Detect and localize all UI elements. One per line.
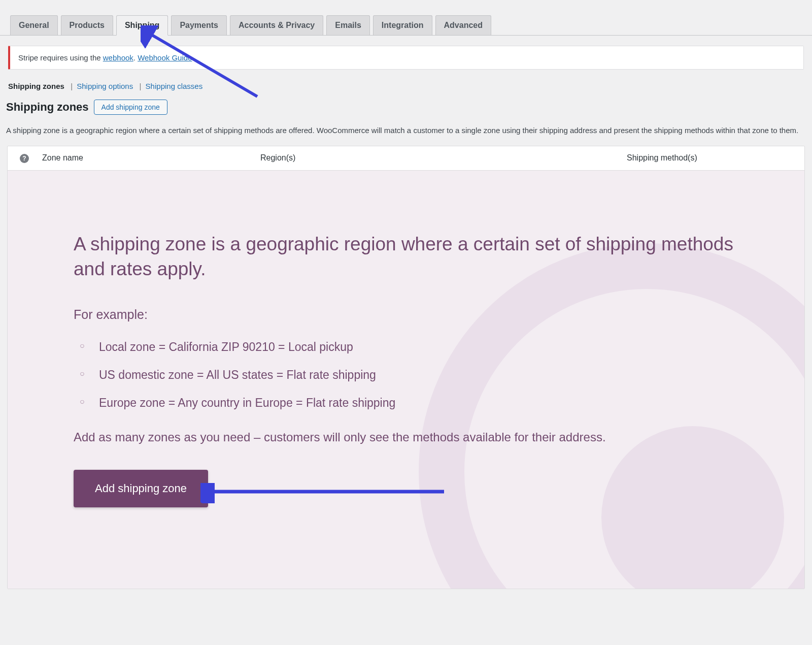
stripe-webhook-notice: Stripe requires using the webhook. Webho…: [8, 46, 804, 70]
shipping-zones-table: ? Zone name Region(s) Shipping method(s)…: [7, 146, 805, 590]
list-item: US domestic zone = All US states = Flat …: [74, 368, 738, 382]
tab-products[interactable]: Products: [61, 15, 113, 35]
annotation-arrow-2: [200, 483, 449, 503]
empty-state-note: Add as many zones as you need – customer…: [74, 430, 738, 444]
notice-text-period: .: [133, 53, 138, 62]
webhook-guide-link[interactable]: Webhook Guide: [138, 53, 192, 62]
col-regions: Region(s): [260, 153, 627, 163]
add-shipping-zone-button[interactable]: Add shipping zone: [94, 100, 167, 115]
tab-accounts-privacy[interactable]: Accounts & Privacy: [230, 15, 323, 35]
subnav-separator: |: [66, 82, 75, 90]
webhook-link[interactable]: webhook: [103, 53, 133, 62]
table-header-row: ? Zone name Region(s) Shipping method(s): [8, 146, 804, 171]
notice-text-prefix: Stripe requires using the: [18, 53, 103, 62]
tab-payments[interactable]: Payments: [171, 15, 227, 35]
page-heading-row: Shipping zones Add shipping zone: [0, 90, 812, 121]
shipping-subnav: Shipping zones | Shipping options | Ship…: [0, 75, 812, 90]
subnav-shipping-zones[interactable]: Shipping zones: [8, 82, 64, 90]
list-item: Local zone = California ZIP 90210 = Loca…: [74, 340, 738, 354]
subnav-shipping-options[interactable]: Shipping options: [77, 82, 133, 90]
tab-emails[interactable]: Emails: [326, 15, 370, 35]
shipping-zones-description: A shipping zone is a geographic region w…: [0, 121, 812, 146]
tab-shipping[interactable]: Shipping: [116, 15, 168, 36]
list-item: Europe zone = Any country in Europe = Fl…: [74, 396, 738, 410]
table-help-cell: ?: [13, 153, 42, 163]
col-zone-name: Zone name: [42, 153, 260, 163]
empty-state-examples-list: Local zone = California ZIP 90210 = Loca…: [74, 340, 738, 410]
settings-tabs: General Products Shipping Payments Accou…: [0, 0, 812, 36]
col-shipping-methods: Shipping method(s): [627, 153, 799, 163]
help-icon[interactable]: ?: [20, 154, 29, 163]
empty-state-heading: A shipping zone is a geographic region w…: [74, 232, 738, 282]
tab-integration[interactable]: Integration: [373, 15, 432, 35]
shipping-zones-empty-state: A shipping zone is a geographic region w…: [8, 171, 804, 589]
tab-general[interactable]: General: [10, 15, 58, 35]
add-shipping-zone-cta[interactable]: Add shipping zone: [74, 470, 208, 507]
subnav-shipping-classes[interactable]: Shipping classes: [146, 82, 203, 90]
subnav-separator: |: [135, 82, 143, 90]
empty-state-for-example: For example:: [74, 307, 738, 322]
page-title: Shipping zones: [6, 101, 89, 114]
tab-advanced[interactable]: Advanced: [435, 15, 491, 35]
